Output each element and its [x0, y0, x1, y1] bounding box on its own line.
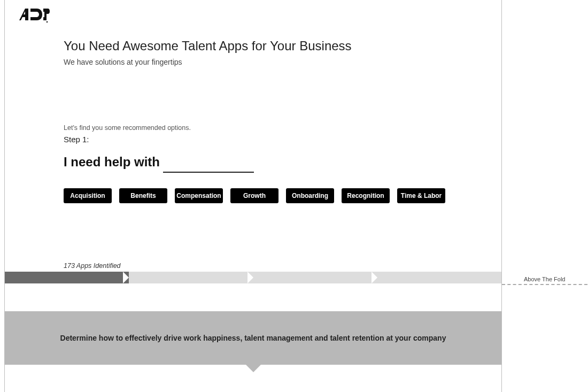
chip-growth[interactable]: Growth: [230, 188, 278, 203]
stepper-segment-4: [377, 272, 501, 283]
category-chip-row: Acquisition Benefits Compensation Growth…: [64, 188, 445, 203]
stepper-segment-2: [129, 272, 253, 283]
fill-in-blank[interactable]: [163, 162, 254, 173]
wizard-prompt-text: I need help with: [64, 155, 160, 170]
chip-recognition[interactable]: Recognition: [342, 188, 390, 203]
chip-compensation[interactable]: Compensation: [175, 188, 223, 203]
hero-copy: You Need Awesome Talent Apps for Your Bu…: [64, 39, 448, 66]
wizard-lead: Let's find you some recommended options.: [64, 124, 448, 132]
wizard-prompt: I need help with: [64, 155, 448, 170]
stepper-segment-1: [5, 272, 129, 283]
stepper-segment-3: [253, 272, 377, 283]
chip-acquisition[interactable]: Acquisition: [64, 188, 112, 203]
wizard-step: Let's find you some recommended options.…: [64, 124, 448, 170]
page-headline: You Need Awesome Talent Apps for Your Bu…: [64, 39, 448, 53]
fold-annotation-label: Above The Fold: [524, 276, 565, 282]
chip-benefits[interactable]: Benefits: [119, 188, 167, 203]
chip-time-labor[interactable]: Time & Labor: [397, 188, 445, 203]
svg-point-0: [47, 21, 48, 23]
fold-annotation-line: [502, 284, 587, 285]
wizard-step-label: Step 1:: [64, 135, 448, 144]
page-frame: You Need Awesome Talent Apps for Your Bu…: [4, 0, 502, 392]
chip-onboarding[interactable]: Onboarding: [286, 188, 334, 203]
page-subhead: We have solutions at your fingertips: [64, 58, 448, 66]
results-count: 173 Apps Identified: [64, 262, 121, 270]
value-prop-banner: Determine how to effectively drive work …: [5, 311, 501, 365]
banner-pointer-icon: [246, 365, 261, 372]
adp-logo: [18, 6, 50, 26]
value-prop-text: Determine how to effectively drive work …: [60, 334, 446, 342]
progress-stepper: [5, 272, 501, 283]
